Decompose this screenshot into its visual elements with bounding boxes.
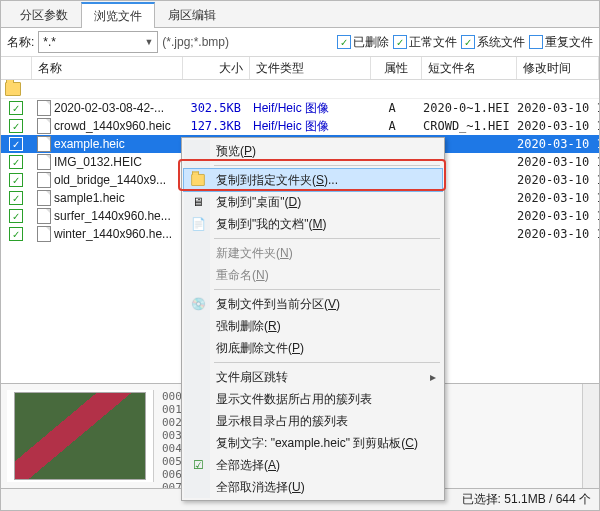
filter-bar: 名称: *.* ▼ (*.jpg;*.bmp) ✓已删除 ✓正常文件 ✓系统文件…: [1, 28, 599, 57]
tab-browse-files[interactable]: 浏览文件: [81, 2, 155, 28]
file-name: sample1.heic: [54, 191, 125, 205]
menu-show-root-clusters[interactable]: 显示根目录占用的簇列表: [184, 410, 442, 432]
column-size[interactable]: 大小: [183, 57, 250, 79]
checkbox-icon: ✓: [337, 35, 351, 49]
file-name: IMG_0132.HEIC: [54, 155, 142, 169]
file-type: Heif/Heic 图像: [247, 118, 367, 135]
menu-rename[interactable]: 重命名(N): [184, 264, 442, 286]
checkbox-icon: ✓: [529, 35, 543, 49]
file-mtime: 2020-03-10 13:37:05: [511, 227, 599, 241]
row-checkbox[interactable]: ✓: [9, 173, 23, 187]
row-checkbox[interactable]: ✓: [9, 155, 23, 169]
column-shortname[interactable]: 短文件名: [422, 57, 517, 79]
column-checkbox[interactable]: [1, 57, 32, 79]
file-shortname: 2020-0~1.HEI: [417, 101, 511, 115]
file-icon: [37, 154, 51, 170]
path-row[interactable]: [1, 80, 599, 99]
row-checkbox[interactable]: ✓: [9, 119, 23, 133]
file-mtime: 2020-03-10 13:31:58: [511, 137, 599, 151]
file-name: surfer_1440x960.he...: [54, 209, 171, 223]
file-name: old_bridge_1440x9...: [54, 173, 166, 187]
file-name: crowd_1440x960.heic: [54, 119, 171, 133]
file-type: Heif/Heic 图像: [247, 100, 367, 117]
menu-permanent-delete[interactable]: 彻底删除文件(P): [184, 337, 442, 359]
filter-duplicate[interactable]: ✓重复文件: [529, 34, 593, 51]
filter-normal[interactable]: ✓正常文件: [393, 34, 457, 51]
menu-preview[interactable]: 预览(P): [184, 140, 442, 162]
menu-new-folder[interactable]: 新建文件夹(N): [184, 242, 442, 264]
tab-bar: 分区参数 浏览文件 扇区编辑: [1, 1, 599, 28]
documents-icon: 📄: [190, 216, 206, 232]
name-pattern-combo[interactable]: *.* ▼: [38, 31, 158, 53]
file-attr: A: [367, 101, 417, 115]
row-checkbox[interactable]: ✓: [9, 191, 23, 205]
menu-deselect-all[interactable]: 全部取消选择(U): [184, 476, 442, 498]
image-preview[interactable]: [7, 390, 154, 482]
file-attr: A: [367, 119, 417, 133]
file-name: winter_1440x960.he...: [54, 227, 172, 241]
folder-icon: [5, 82, 21, 96]
file-name: example.heic: [54, 137, 125, 151]
name-pattern-hint: (*.jpg;*.bmp): [162, 35, 229, 49]
column-mtime[interactable]: 修改时间: [517, 57, 599, 79]
checkbox-icon: ✓: [461, 35, 475, 49]
file-icon: [37, 100, 51, 116]
filter-system[interactable]: ✓系统文件: [461, 34, 525, 51]
preview-thumbnail: [14, 392, 146, 480]
table-row[interactable]: ✓crowd_1440x960.heic127.3KBHeif/Heic 图像A…: [1, 117, 599, 135]
menu-force-delete[interactable]: 强制删除(R): [184, 315, 442, 337]
filter-deleted[interactable]: ✓已删除: [337, 34, 389, 51]
menu-copy-text[interactable]: 复制文字: "example.heic" 到剪贴板(C): [184, 432, 442, 454]
menu-copy-to-folder[interactable]: 复制到指定文件夹(S)...: [183, 168, 443, 192]
file-mtime: 2020-03-10 13:32:07: [511, 155, 599, 169]
row-checkbox[interactable]: ✓: [9, 101, 23, 115]
name-label: 名称:: [7, 34, 34, 51]
tab-sector-edit[interactable]: 扇区编辑: [155, 2, 229, 27]
file-mtime: 2020-03-10 13:31:59: [511, 101, 599, 115]
row-checkbox[interactable]: ✓: [9, 209, 23, 223]
tab-partition-params[interactable]: 分区参数: [7, 2, 81, 27]
file-icon: [37, 208, 51, 224]
file-mtime: 2020-03-10 13:42:41: [511, 119, 599, 133]
file-shortname: CROWD_~1.HEI: [417, 119, 511, 133]
table-row[interactable]: ✓2020-02-03-08-42-...302.5KBHeif/Heic 图像…: [1, 99, 599, 117]
file-icon: [37, 136, 51, 152]
context-menu: 预览(P) 复制到指定文件夹(S)... 🖥 复制到"桌面"(D) 📄 复制到"…: [181, 137, 445, 501]
row-checkbox[interactable]: ✓: [9, 137, 23, 151]
file-name: 2020-02-03-08-42-...: [54, 101, 164, 115]
column-name[interactable]: 名称: [32, 57, 183, 79]
chevron-down-icon: ▼: [144, 37, 153, 47]
file-icon: [37, 172, 51, 188]
column-type[interactable]: 文件类型: [250, 57, 371, 79]
file-mtime: 2020-03-10 11:56:27: [511, 191, 599, 205]
column-header-row: 名称 大小 文件类型 属性 短文件名 修改时间: [1, 57, 599, 80]
row-checkbox[interactable]: ✓: [9, 227, 23, 241]
name-pattern-value: *.*: [43, 35, 56, 49]
column-attr[interactable]: 属性: [371, 57, 422, 79]
desktop-icon: 🖥: [190, 194, 206, 210]
selection-status: 已选择: 51.1MB / 644 个: [462, 491, 591, 508]
checkbox-icon: ✓: [393, 35, 407, 49]
file-icon: [37, 118, 51, 134]
folder-arrow-icon: [190, 172, 206, 188]
file-mtime: 2020-03-10 13:48:48: [511, 209, 599, 223]
scrollbar[interactable]: [582, 384, 599, 488]
file-icon: [37, 226, 51, 242]
menu-copy-to-desktop[interactable]: 🖥 复制到"桌面"(D): [184, 191, 442, 213]
menu-copy-to-partition[interactable]: 💿 复制文件到当前分区(V): [184, 293, 442, 315]
menu-show-data-clusters[interactable]: 显示文件数据所占用的簇列表: [184, 388, 442, 410]
menu-copy-to-docs[interactable]: 📄 复制到"我的文档"(M): [184, 213, 442, 235]
menu-cluster-jump[interactable]: 文件扇区跳转: [184, 366, 442, 388]
file-mtime: 2020-03-10 13:39:23: [511, 173, 599, 187]
file-size: 302.5KB: [181, 101, 247, 115]
disk-icon: 💿: [190, 296, 206, 312]
select-all-icon: ☑: [190, 457, 206, 473]
file-size: 127.3KB: [181, 119, 247, 133]
file-icon: [37, 190, 51, 206]
menu-select-all[interactable]: ☑ 全部选择(A): [184, 454, 442, 476]
